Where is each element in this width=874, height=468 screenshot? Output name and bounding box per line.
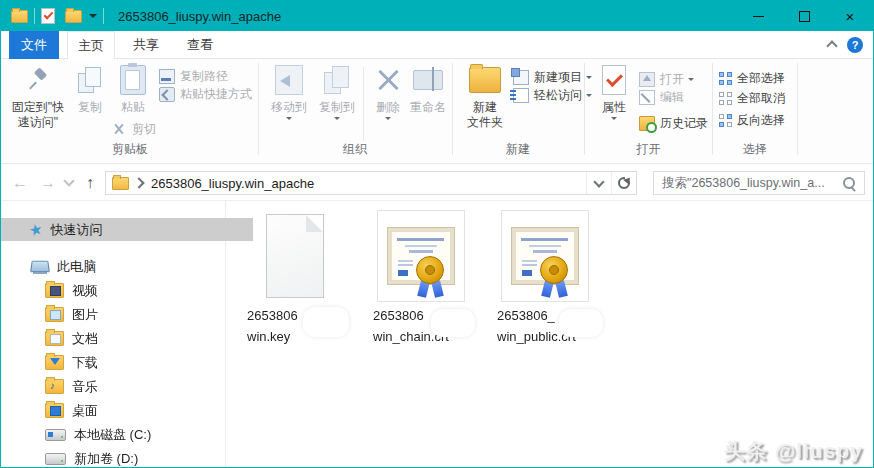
close-button[interactable]: × bbox=[827, 1, 873, 31]
minimize-button[interactable] bbox=[735, 1, 781, 31]
delete-button[interactable]: 删除 bbox=[369, 62, 407, 120]
music-folder-icon: ♪ bbox=[45, 379, 64, 394]
ribbon-separator bbox=[363, 67, 364, 141]
tab-view[interactable]: 查看 bbox=[177, 31, 223, 59]
edit-button[interactable]: 编辑 bbox=[639, 89, 684, 106]
quick-access-newfolder-icon[interactable] bbox=[65, 10, 82, 23]
move-to-icon bbox=[275, 65, 303, 95]
magnifier-icon[interactable] bbox=[842, 176, 857, 191]
sidebar-item-this-pc[interactable]: 此电脑 bbox=[1, 255, 255, 278]
copy-button[interactable]: 复制 bbox=[71, 62, 109, 115]
certificate-file-icon bbox=[377, 210, 465, 302]
open-button[interactable]: 打开 bbox=[639, 71, 694, 88]
content-area: ★ 快速访问 此电脑 视频 图片 文档 下载 bbox=[1, 201, 873, 468]
ribbon-group-select: 全部选择 全部取消 反向选择 选择 bbox=[713, 59, 797, 163]
file-list: 2653806 win.key 2653806 win_chain.crt bbox=[227, 201, 874, 468]
paste-shortcut-button[interactable]: 粘贴快捷方式 bbox=[159, 86, 252, 103]
videos-folder-icon bbox=[45, 283, 64, 298]
local-disk-icon bbox=[45, 429, 66, 441]
select-none-button[interactable]: 全部取消 bbox=[719, 90, 785, 107]
copy-to-icon bbox=[324, 66, 350, 94]
address-folder-icon bbox=[112, 177, 129, 190]
ribbon-group-clipboard: 固定到"快 速访问" 复制 粘贴 剪切 复制路径 粘贴快捷方式 bbox=[3, 59, 257, 163]
watermark: 头条 @liuspy bbox=[724, 437, 863, 465]
new-folder-button[interactable]: 新建 文件夹 bbox=[461, 62, 509, 130]
scissors-icon bbox=[111, 123, 127, 136]
titlebar-separator bbox=[103, 8, 104, 24]
edit-icon bbox=[639, 90, 655, 105]
collapse-ribbon-icon[interactable] bbox=[827, 39, 837, 49]
new-volume-icon bbox=[45, 453, 66, 465]
pictures-folder-icon bbox=[45, 307, 64, 322]
organize-group-label: 组织 bbox=[259, 141, 451, 158]
address-bar[interactable]: 2653806_liuspy.win_apache bbox=[105, 171, 637, 195]
pin-icon bbox=[27, 68, 49, 92]
key-file-icon bbox=[266, 214, 324, 298]
breadcrumb-path[interactable]: 2653806_liuspy.win_apache bbox=[151, 176, 314, 191]
copy-icon bbox=[78, 67, 102, 93]
ribbon-tab-row: 文件 主页 共享 查看 ? bbox=[1, 31, 873, 59]
ribbon-group-open: 属性 打开 编辑 历史记录 打开 bbox=[585, 59, 712, 163]
desktop-folder-icon bbox=[45, 403, 64, 418]
recent-locations-dropdown-icon[interactable] bbox=[61, 164, 77, 201]
copy-path-icon bbox=[159, 69, 175, 84]
cut-button[interactable]: 剪切 bbox=[111, 121, 156, 138]
breadcrumb-chevron-icon[interactable] bbox=[133, 177, 144, 188]
select-all-icon bbox=[719, 72, 732, 85]
file-item-chain-crt[interactable]: 2653806 win_chain.crt bbox=[373, 209, 469, 345]
certificate-file-icon bbox=[501, 210, 589, 302]
easy-access-icon bbox=[513, 88, 529, 103]
invert-selection-button[interactable]: 反向选择 bbox=[719, 112, 785, 129]
select-all-button[interactable]: 全部选择 bbox=[719, 70, 785, 87]
window-title: 2653806_liuspy.win_apache bbox=[118, 9, 281, 24]
new-item-icon bbox=[513, 70, 529, 85]
copy-path-button[interactable]: 复制路径 bbox=[159, 68, 228, 85]
copy-to-button[interactable]: 复制到 bbox=[315, 62, 359, 120]
tab-home[interactable]: 主页 bbox=[67, 31, 115, 59]
search-box[interactable] bbox=[653, 171, 865, 195]
redaction-blob bbox=[303, 307, 349, 337]
properties-button[interactable]: 属性 bbox=[595, 62, 633, 120]
redaction-blob bbox=[559, 309, 603, 337]
maximize-button[interactable] bbox=[781, 1, 827, 31]
new-group-label: 新建 bbox=[453, 141, 583, 158]
new-item-button[interactable]: 新建项目 bbox=[513, 69, 592, 86]
open-icon bbox=[639, 72, 655, 87]
history-button[interactable]: 历史记录 bbox=[639, 115, 708, 132]
ribbon-separator bbox=[797, 63, 798, 155]
forward-button[interactable]: → bbox=[37, 164, 59, 201]
paste-icon bbox=[120, 65, 146, 95]
history-icon bbox=[639, 116, 655, 131]
select-none-icon bbox=[719, 92, 732, 105]
pin-to-quick-access-button[interactable]: 固定到"快 速访问" bbox=[9, 62, 67, 130]
file-item-public-crt[interactable]: 2653806_ win_public.crt bbox=[497, 209, 593, 345]
dropdown-icon bbox=[334, 117, 340, 120]
address-row: ← → ↑ 2653806_liuspy.win_apache bbox=[1, 164, 873, 201]
ribbon-group-new: 新建 文件夹 新建项目 轻松访问 新建 bbox=[453, 59, 583, 163]
help-icon[interactable]: ? bbox=[847, 37, 863, 53]
paste-button[interactable]: 粘贴 bbox=[113, 62, 153, 115]
up-button[interactable]: ↑ bbox=[79, 164, 101, 201]
computer-icon bbox=[31, 260, 49, 274]
tab-file[interactable]: 文件 bbox=[9, 31, 59, 59]
search-input[interactable] bbox=[654, 176, 842, 190]
quick-access-properties-icon[interactable] bbox=[41, 8, 55, 24]
refresh-icon[interactable] bbox=[611, 172, 636, 194]
address-dropdown-icon[interactable] bbox=[586, 172, 611, 194]
quick-access-toolbar-dropdown-icon[interactable] bbox=[89, 14, 97, 18]
file-item-key[interactable]: 2653806 win.key bbox=[247, 209, 343, 345]
star-icon: ★ bbox=[28, 221, 44, 238]
invert-selection-icon bbox=[719, 114, 732, 127]
navigation-pane: ★ 快速访问 此电脑 视频 图片 文档 下载 bbox=[1, 201, 226, 468]
window-folder-icon bbox=[11, 10, 28, 23]
new-folder-icon bbox=[469, 67, 501, 93]
tab-share[interactable]: 共享 bbox=[123, 31, 169, 59]
back-button[interactable]: ← bbox=[9, 164, 31, 201]
sidebar-item-quick-access[interactable]: ★ 快速访问 bbox=[1, 218, 253, 241]
dropdown-icon bbox=[286, 117, 292, 120]
redaction-blob bbox=[431, 309, 475, 337]
ribbon-group-organize: 移动到 复制到 删除 重命名 组织 bbox=[259, 59, 451, 163]
move-to-button[interactable]: 移动到 bbox=[267, 62, 311, 120]
easy-access-button[interactable]: 轻松访问 bbox=[513, 87, 592, 104]
rename-button[interactable]: 重命名 bbox=[407, 62, 449, 115]
